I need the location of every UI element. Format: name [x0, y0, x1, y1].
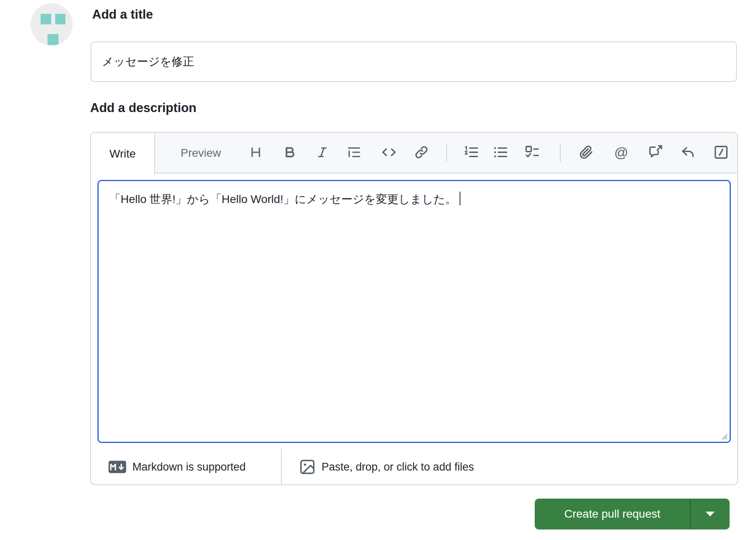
slash-command-icon: [713, 145, 729, 160]
tab-preview[interactable]: Preview: [155, 133, 246, 173]
reply-icon: [680, 145, 696, 160]
slash-commands-button[interactable]: [710, 141, 732, 164]
toolbar-divider: [446, 143, 447, 162]
tab-write[interactable]: Write: [91, 133, 155, 175]
quote-icon: [347, 145, 361, 160]
code-button[interactable]: [378, 141, 400, 164]
heading-icon: [248, 145, 263, 160]
bold-icon: [282, 145, 297, 160]
tab-write-label: Write: [110, 147, 136, 160]
pull-request-title-input[interactable]: [91, 41, 737, 82]
saved-replies-button[interactable]: [676, 141, 699, 164]
attach-file-button[interactable]: [575, 141, 598, 164]
unordered-list-button[interactable]: [489, 141, 512, 164]
link-icon: [414, 145, 429, 160]
italic-button[interactable]: [311, 141, 334, 164]
attach-files-area[interactable]: Paste, drop, or click to add files: [299, 453, 474, 481]
markdown-hint-label: Markdown is supported: [132, 461, 246, 473]
tab-preview-label: Preview: [181, 147, 221, 160]
ordered-list-icon: [463, 145, 479, 160]
code-icon: [381, 145, 397, 160]
create-pull-request-dropdown[interactable]: [691, 499, 730, 529]
add-title-heading: Add a title: [92, 7, 153, 22]
unordered-list-icon: [492, 145, 508, 160]
image-icon: [299, 458, 316, 475]
mention-icon: @: [614, 145, 629, 159]
markdown-help-link[interactable]: Markdown is supported: [108, 453, 246, 481]
footer-divider: [281, 449, 282, 484]
quote-button[interactable]: [343, 141, 365, 164]
description-text: 「Hello 世界!」から「Hello World!」にメッセージを変更しました…: [109, 193, 456, 205]
avatar-pattern-square: [55, 14, 65, 24]
description-editor-panel: Write Preview: [90, 132, 738, 485]
add-description-heading: Add a description: [90, 101, 197, 115]
toolbar-divider: [560, 143, 561, 162]
create-pull-request-label: Create pull request: [564, 508, 661, 521]
editor-footer: Markdown is supported Paste, drop, or cl…: [97, 453, 731, 481]
avatar-pattern-square: [48, 34, 58, 45]
task-list-icon: [524, 145, 540, 160]
user-avatar: [30, 3, 73, 45]
create-pull-request-button[interactable]: Create pull request: [535, 499, 690, 529]
markdown-icon: [108, 460, 127, 473]
cross-reference-icon: [648, 145, 663, 160]
description-textarea[interactable]: 「Hello 世界!」から「Hello World!」にメッセージを変更しました…: [97, 180, 731, 443]
cross-reference-button[interactable]: [644, 141, 667, 164]
avatar-pattern-square: [41, 14, 51, 24]
heading-button[interactable]: [244, 141, 267, 164]
create-pull-request-split-button: Create pull request: [535, 499, 730, 529]
ordered-list-button[interactable]: [460, 141, 482, 164]
resize-handle-icon[interactable]: [719, 431, 728, 441]
task-list-button[interactable]: [521, 141, 543, 164]
text-cursor: [460, 192, 460, 205]
paperclip-icon: [579, 145, 594, 160]
chevron-down-icon: [706, 512, 715, 516]
link-button[interactable]: [410, 141, 433, 164]
bold-button[interactable]: [278, 141, 301, 164]
paste-hint-label: Paste, drop, or click to add files: [322, 461, 474, 473]
mention-button[interactable]: @: [610, 141, 633, 164]
italic-icon: [315, 145, 330, 160]
